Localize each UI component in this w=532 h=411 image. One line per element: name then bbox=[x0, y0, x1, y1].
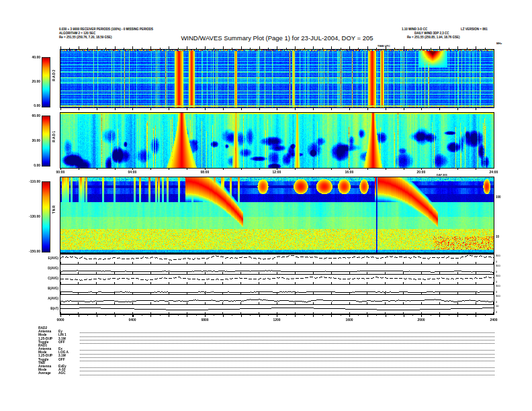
strip-1-min: 0 bbox=[496, 270, 497, 273]
time-label-2400: 24:00 bbox=[484, 170, 504, 174]
bottom-label-1600: 1600 bbox=[339, 318, 359, 322]
rad2-frame bbox=[60, 49, 494, 108]
footer-row: AverageAGC bbox=[38, 371, 494, 375]
rad2-panel-label: RAD2 bbox=[52, 69, 56, 81]
time-label-1600: 16:00 bbox=[339, 170, 359, 174]
footer-row: ToggleOFF bbox=[38, 340, 494, 344]
footer-settings-block: RAD2 AntennaEy ModeLIN 1 1.25-DUP3.1M To… bbox=[38, 326, 494, 375]
tnr-colorbar-tick-mid: -130.00 bbox=[19, 214, 40, 218]
mhz-unit-label: MHz bbox=[496, 42, 502, 46]
tnr-right-tick-10: 10 bbox=[496, 235, 499, 238]
strip-label-b-nt: B(nT) bbox=[37, 307, 58, 310]
rad2-bottom-ticks bbox=[60, 108, 494, 110]
rad2-colorbar-tick-mid: 20.00 bbox=[21, 79, 40, 83]
rad1-colorbar-tick-min: 0.00 bbox=[21, 163, 40, 167]
rad2-colorbar bbox=[42, 57, 50, 107]
rad1-colorbar bbox=[42, 116, 50, 167]
strip-5-min: 0 bbox=[496, 310, 497, 314]
strip-4-max: 300 bbox=[496, 294, 500, 298]
time-label-1200: 12:00 bbox=[267, 170, 287, 174]
bottom-hour-ticks bbox=[60, 314, 494, 317]
time-label-2000: 20:00 bbox=[411, 170, 431, 174]
bottom-label-0400: 0400 bbox=[122, 318, 142, 322]
time-label-0000: 00:00 bbox=[50, 170, 71, 174]
tnr-colorbar-tick-max: -110.00 bbox=[19, 179, 40, 183]
header-left-line-1: 0.030 + 3 9000 RECEIVER PERIODS (100%) -… bbox=[59, 28, 153, 31]
time-label-0400: 04:00 bbox=[122, 170, 142, 174]
wind-waves-summary-plot: 0.030 + 3 9000 RECEIVER PERIODS (100%) -… bbox=[0, 0, 532, 411]
header-right-lz: LZ VERSION = 861 bbox=[461, 28, 488, 31]
tnr-colorbar bbox=[42, 181, 50, 253]
strip-label-d-avg: D(AVG) bbox=[37, 267, 58, 270]
rad2-colorbar-tick-min: 0.00 bbox=[21, 103, 40, 107]
bottom-label-2000: 2000 bbox=[411, 318, 431, 322]
header-right-position: Re = 251.55 (250.85, 1.94, 18.76 GSE) bbox=[407, 36, 459, 39]
strip-2-min: 0 bbox=[496, 280, 497, 283]
strip-label-c-avg: C(AVG) bbox=[37, 277, 58, 280]
strip-0-max: 300 bbox=[496, 254, 500, 257]
strip-3-max: 300 bbox=[496, 284, 500, 287]
bottom-label-0800: 0800 bbox=[195, 318, 215, 322]
bottom-label-1200: 1200 bbox=[267, 318, 287, 322]
tnr-frame bbox=[60, 177, 494, 253]
tnr-panel-label: TNR bbox=[52, 205, 56, 214]
bottom-label-0000: 0000 bbox=[50, 318, 71, 322]
rad1-colorbar-tick-mid: 30.00 bbox=[21, 138, 40, 142]
strip-2-max: 300 bbox=[496, 274, 500, 277]
time-label-0800: 08:00 bbox=[195, 170, 215, 174]
strip-1-max: 300 bbox=[496, 264, 500, 267]
tnr-colorbar-tick-min: -150.00 bbox=[19, 249, 40, 253]
rad1-frame bbox=[60, 112, 494, 169]
rad1-colorbar-tick-max: 60.00 bbox=[21, 113, 40, 118]
strip-label-a-avg: A(AVG) bbox=[37, 297, 58, 300]
footer-row: ToggleOFF bbox=[38, 358, 494, 361]
rad2-colorbar-tick-max: 40.00 bbox=[21, 55, 40, 59]
header-right-version: 1.10 WIND 3-D CC bbox=[402, 28, 427, 31]
rad1-panel-label: RAD1 bbox=[52, 130, 56, 142]
strip-label-b-avg: B(AVG) bbox=[37, 287, 58, 290]
strip-0-min: 0 bbox=[496, 260, 497, 263]
header-right-daily: DAILY WIND 3DP 2,3 CC bbox=[414, 32, 449, 35]
strip-label-e-avg: E(AVG) bbox=[37, 257, 58, 260]
tnr-right-tick-100: 100 bbox=[496, 195, 501, 199]
strip-3-min: 0 bbox=[496, 290, 497, 293]
strips-frame bbox=[60, 253, 494, 315]
bottom-label-2400: 2400 bbox=[484, 318, 504, 322]
strip-5-max: 10 bbox=[496, 304, 498, 308]
strip-4-min: 0 bbox=[496, 300, 497, 304]
